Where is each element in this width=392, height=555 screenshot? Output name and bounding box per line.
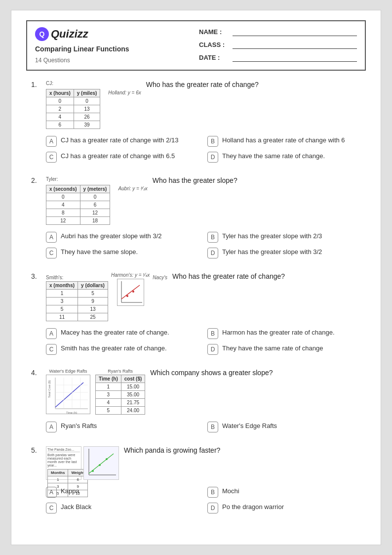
q3-letter-c: C [46, 344, 57, 355]
q4-ryans-label: Ryan's Rafts [95, 369, 145, 374]
date-line[interactable] [233, 53, 357, 62]
class-row: CLASS : [199, 40, 357, 49]
class-label: CLASS : [199, 41, 229, 48]
q5-answer-c[interactable]: C Jack Black [46, 503, 199, 513]
q5-content: The Panda Zoo... Both pandas were measur… [46, 446, 361, 480]
q3-harmon-section: Harmon's: y = ¹⁄₄x [111, 272, 150, 306]
q3-answer-d[interactable]: D They have the same rate of change [207, 344, 361, 355]
q4-letter-b: B [207, 422, 218, 432]
question-4-row: 4. Water's Edge Rafts [31, 369, 361, 415]
q1-answer-d[interactable]: D They have the same rate of change. [207, 152, 361, 163]
q2-answer-a[interactable]: A Aubri has the greater slope with 3/2 [46, 232, 199, 243]
q5-answer-b[interactable]: B Mochi [207, 487, 361, 498]
q1-col2-header: y (miles) [74, 89, 100, 97]
q5-letter-b: B [207, 487, 218, 498]
svg-line-9 [55, 383, 83, 407]
q2-letter-b: B [207, 232, 218, 243]
q3-text-d: They have the same rate of change [222, 344, 323, 353]
logo: Q Quizizz [35, 27, 129, 41]
q2-answer-c[interactable]: C They have the same slope. [46, 248, 199, 258]
question-1: 1. CJ: x (hours) y (miles) [31, 81, 361, 163]
worksheet-header: Q Quizizz Comparing Linear Functions 14 … [26, 20, 366, 71]
q5-answer-d[interactable]: D Po the dragon warrior [207, 503, 361, 513]
q4-waters-edge-label: Water's Edge Rafts [46, 369, 90, 374]
q3-text-a: Macey has the greater rate of change. [61, 328, 169, 337]
q5-number: 5. [31, 446, 41, 454]
q1-letter-b: B [207, 136, 218, 147]
svg-point-3 [126, 295, 128, 297]
q3-letter-b: B [207, 328, 218, 339]
q1-text-d: They have the same rate of change. [222, 152, 325, 161]
q1-cj-label: CJ: [46, 81, 141, 86]
name-row: NAME : [199, 27, 357, 36]
q5-text-d: Po the dragon warrior [222, 503, 284, 512]
q2-number: 2. [31, 176, 41, 184]
q3-nacys-label: Nacy's [153, 275, 167, 280]
q4-answer-a[interactable]: A Ryan's Rafts [46, 422, 199, 432]
q4-text-a: Ryan's Rafts [61, 422, 97, 430]
questions-container: 1. CJ: x (hours) y (miles) [26, 81, 366, 513]
q2-visual-group: x (seconds) y (meters) 00 46 812 1218 [46, 185, 148, 225]
q4-ryans-table: Time (h) cost ($) 115.00 335.00 421.75 5… [95, 375, 145, 415]
q3-answer-a[interactable]: A Macey has the greater rate of change. [46, 328, 199, 339]
q3-content: Smith's: x (months) y (dollars) [46, 272, 361, 321]
q5-answers: A Kappa B Mochi C Jack Black D Po the dr… [31, 487, 361, 513]
q5-answer-a[interactable]: A Kappa [46, 487, 199, 498]
q3-answer-c[interactable]: C Smith has the greater rate of change. [46, 344, 199, 355]
q2-tyler-label: Tyler: [46, 176, 148, 182]
q5-text-b: Mochi [222, 487, 239, 496]
q3-graph-svg [118, 279, 144, 306]
svg-line-2 [121, 285, 140, 299]
q1-answer-c[interactable]: C CJ has a greater rate of change with 6… [46, 152, 199, 163]
q3-smith-label: Smith's: [46, 275, 63, 280]
q2-answer-b[interactable]: B Tyler has the greater slope with 2/3 [207, 232, 361, 243]
header-right: NAME : CLASS : DATE : [199, 27, 357, 62]
svg-text:Total Cost ($): Total Cost ($) [48, 380, 51, 398]
q3-harmon-label: Harmon's: y = ¹⁄₄x [111, 272, 150, 278]
q1-letter-c: C [46, 152, 57, 163]
question-2: 2. Tyler: x (seconds) y (meters) [31, 176, 361, 258]
q2-text-b: Tyler has the greater slope with 2/3 [222, 232, 322, 241]
q1-answer-a[interactable]: A CJ has a greater rate of change with 2… [46, 136, 199, 147]
q5-panda-visuals: The Panda Zoo... Both pandas were measur… [46, 446, 119, 480]
q5-panda-table-header: The Panda Zoo... [47, 448, 80, 452]
q2-letter-d: D [207, 248, 218, 258]
svg-text:Time (h): Time (h) [66, 411, 77, 414]
q5-letter-c: C [46, 503, 57, 513]
q3-number: 3. [31, 272, 41, 280]
q2-text-d: Tyler has the greater slope with 3/2 [222, 248, 322, 256]
q2-text-a: Aubri has the greater slope with 3/2 [61, 232, 162, 241]
q1-visual: CJ: x (hours) y (miles) 0 [46, 81, 141, 129]
q1-col1-header: x (hours) [46, 89, 74, 97]
q2-tyler-table: x (seconds) y (meters) 00 46 812 1218 [46, 185, 110, 225]
q3-answers: A Macey has the greater rate of change. … [31, 328, 361, 355]
q4-content: Water's Edge Rafts Total Cost ($) Tim [46, 369, 361, 415]
q4-answers: A Ryan's Rafts B Water's Edge Rafts [31, 422, 361, 432]
q1-cj-table: x (hours) y (miles) 00 213 426 639 [46, 89, 100, 129]
q1-content: CJ: x (hours) y (miles) 0 [46, 81, 361, 129]
q1-holland-label: Holland: y = 6x [108, 90, 141, 95]
q4-letter-a: A [46, 422, 57, 432]
q2-answer-d[interactable]: D Tyler has the greater slope with 3/2 [207, 248, 361, 258]
q4-chart-svg: Total Cost ($) Time (h) [46, 375, 91, 415]
question-5-row: 5. The Panda Zoo... Both pandas were mea… [31, 446, 361, 480]
class-line[interactable] [233, 40, 357, 49]
header-left: Q Quizizz Comparing Linear Functions 14 … [35, 27, 129, 64]
q3-text-c: Smith has the greater rate of change. [61, 344, 167, 353]
q2-letter-c: C [46, 248, 57, 258]
q1-answer-b[interactable]: B Holland has a greater rate of change w… [207, 136, 361, 147]
q3-visual-group: Smith's: x (months) y (dollars) [46, 272, 167, 321]
q3-answer-b[interactable]: B Harmon has the greater rate of change. [207, 328, 361, 339]
q2-letter-a: A [46, 232, 57, 243]
name-label: NAME : [199, 28, 229, 36]
q4-visual: Water's Edge Rafts Total Cost ($) Tim [46, 369, 145, 415]
quizizz-logo-icon: Q [35, 27, 49, 41]
q3-letter-d: D [207, 344, 218, 355]
q4-question-text: Which company shows a greater slope? [150, 369, 361, 377]
q1-question-text: Who has the greater rate of change? [146, 81, 361, 88]
q3-smith-section: Smith's: x (months) y (dollars) [46, 272, 108, 321]
q4-ryans: Ryan's Rafts Time (h) cost ($) 115.00 [95, 369, 145, 415]
q4-answer-b[interactable]: B Water's Edge Rafts [207, 422, 361, 432]
q5-graph-svg [84, 446, 118, 480]
name-line[interactable] [233, 27, 357, 36]
